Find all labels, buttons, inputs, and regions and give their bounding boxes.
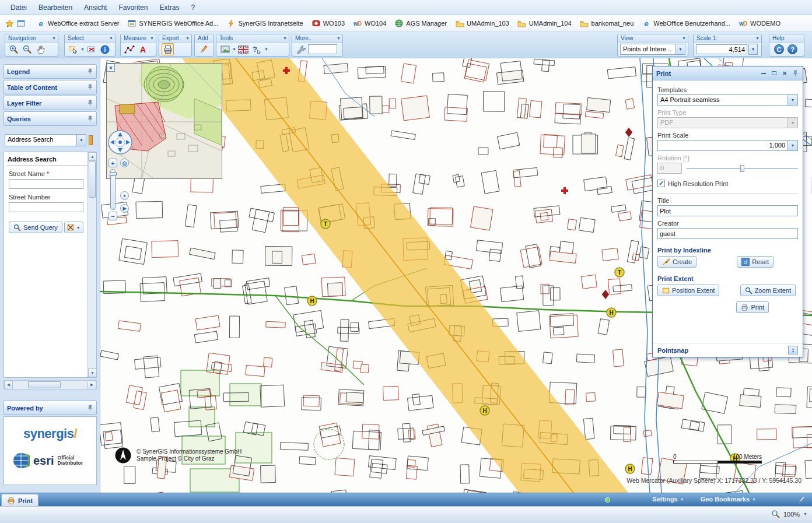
previous-extent-button[interactable]: ● [120, 191, 129, 200]
creator-input[interactable] [657, 228, 798, 239]
rotation-slider[interactable] [687, 164, 798, 173]
close-icon[interactable]: × [780, 69, 789, 78]
next-extent-button[interactable]: ▶ [120, 204, 129, 213]
send-query-button[interactable]: Send Query [9, 222, 62, 233]
quick-search-input[interactable] [308, 44, 337, 54]
sidebar-panel-queries[interactable]: Queries [4, 111, 97, 126]
favorite-weboffice-extract-server[interactable]: eWebOffice extract Server [32, 17, 123, 30]
restore-icon[interactable] [770, 69, 778, 78]
pin-icon[interactable] [791, 69, 799, 78]
scrollbar-thumb[interactable] [89, 162, 96, 198]
group-menu-button[interactable]: ▼ [283, 36, 287, 40]
reset-button[interactable]: ↺ Reset [737, 256, 774, 268]
zoom-in-tool[interactable] [8, 43, 20, 55]
scroll-left-button[interactable]: ◀ [4, 381, 13, 389]
group-menu-button[interactable]: ▼ [186, 36, 190, 40]
scale-input[interactable] [696, 44, 747, 54]
query-select-arrow[interactable]: ▼ [76, 135, 86, 146]
group-menu-button[interactable]: ▼ [150, 36, 154, 40]
wrench-icon[interactable] [295, 43, 307, 55]
menu-extras[interactable]: Extras [153, 2, 185, 13]
favorite-ags-manager[interactable]: AGS Manager [390, 17, 451, 30]
help-cursor-tool[interactable]: ? [251, 43, 263, 55]
print-tool[interactable] [162, 43, 174, 55]
identify-tool[interactable]: i [99, 43, 111, 55]
sidebar-panel-legend[interactable]: Legend [4, 64, 97, 79]
image-tool-dropdown[interactable]: ▼ [232, 47, 236, 51]
overview-close-button[interactable]: × [107, 64, 115, 72]
zoom-out-button[interactable]: − [108, 212, 117, 220]
menu-datei[interactable]: Datei [5, 2, 33, 13]
pin-icon[interactable] [87, 68, 93, 75]
scrollbar-thumb[interactable] [28, 381, 61, 388]
settings-menu[interactable]: Settings▼ [652, 496, 684, 503]
favorite-wodemo[interactable]: wDWODEMO [734, 17, 785, 30]
print-panel-tab[interactable]: Print [1, 494, 38, 507]
scroll-up-button[interactable]: ▲ [88, 152, 97, 161]
street-name-input[interactable] [9, 179, 83, 189]
select-tool-dropdown[interactable]: ▼ [80, 47, 85, 51]
sidebar-panel-layer-filter[interactable]: Layer Filter [4, 96, 97, 110]
suggested-sites-icon[interactable] [16, 19, 26, 28]
templates-arrow[interactable]: ▼ [788, 95, 797, 105]
pan-compass[interactable] [107, 129, 133, 155]
street-number-input[interactable] [9, 202, 83, 212]
query-options-dropdown[interactable]: ▼ [76, 226, 80, 230]
geo-bookmarks-menu[interactable]: Geo Bookmarks▼ [701, 496, 756, 503]
favorite-synergis-weboffice-admin[interactable]: SYNERGIS WebOffice Ad... [123, 17, 222, 30]
menu-favoriten[interactable]: Favoriten [113, 2, 153, 13]
position-extent-button[interactable]: Position Extent [657, 285, 719, 296]
zoom-dropdown-button[interactable]: ▼ [803, 512, 807, 516]
add-text-tool[interactable]: A [136, 43, 149, 55]
view-select-arrow[interactable]: ▼ [676, 44, 685, 54]
favorites-star-icon[interactable] [5, 19, 14, 28]
sidebar-panel-powered-by[interactable]: Powered by [4, 401, 97, 415]
language-flag-icon[interactable] [237, 43, 250, 55]
favorite-wo103[interactable]: WO103 [307, 17, 349, 30]
query-panel-handle[interactable] [89, 135, 93, 145]
help-cursor-dropdown[interactable]: ▼ [264, 47, 268, 51]
templates-select[interactable]: A4 Portrait seamless▼ [657, 94, 798, 106]
vertical-scrollbar[interactable]: ▲ ▼ [88, 152, 96, 377]
zoom-out-tool[interactable] [21, 43, 33, 55]
favorite-wo104[interactable]: wDWO104 [349, 17, 390, 30]
query-options-button[interactable]: ▼ [64, 222, 83, 233]
pan-tool[interactable] [34, 43, 47, 55]
favorite-bankomat-neu[interactable]: bankomat_neu [576, 17, 638, 30]
scroll-right-button[interactable]: ▶ [88, 381, 96, 389]
print-scale-arrow[interactable]: ▼ [788, 141, 797, 150]
sidebar-panel-table-of-content[interactable]: Table of Content [4, 80, 97, 94]
group-menu-button[interactable]: ▼ [337, 36, 341, 40]
title-input[interactable] [657, 205, 798, 216]
pointsnap-expand-button[interactable]: ▼▼ [788, 346, 798, 354]
group-menu-button[interactable]: ▼ [755, 36, 760, 40]
zoom-slider-thumb[interactable] [110, 172, 117, 176]
image-tool[interactable] [219, 43, 231, 55]
rotation-slider-thumb[interactable] [740, 165, 744, 172]
pin-icon[interactable] [87, 405, 93, 411]
measure-tool[interactable] [123, 43, 135, 55]
help-button[interactable]: ? [788, 44, 797, 54]
favorite-synergis-intranetseite[interactable]: SynerGIS Intranetseite [222, 17, 307, 30]
minimize-icon[interactable] [760, 69, 768, 78]
full-extent-button[interactable]: ◎ [120, 159, 129, 167]
favorite-weboffice-benutzerhandbuch[interactable]: eWebOffice Benutzerhand... [638, 17, 734, 30]
menu-hilfe[interactable]: ? [185, 2, 201, 13]
create-button[interactable]: Create [657, 256, 696, 268]
select-rectangle-tool[interactable] [67, 43, 79, 55]
edit-redline-icon[interactable] [797, 495, 806, 504]
group-menu-button[interactable]: ▼ [109, 36, 113, 40]
high-res-checkbox[interactable]: ✓ [657, 180, 665, 187]
menu-bearbeiten[interactable]: Bearbeiten [33, 2, 78, 13]
print-panel-header[interactable]: Print × [653, 66, 803, 80]
group-menu-button[interactable]: ▼ [52, 36, 56, 40]
favorite-umadmin-103[interactable]: UMAdmin_103 [451, 17, 513, 30]
zoom-in-button[interactable]: + [108, 159, 117, 167]
pin-icon[interactable] [87, 100, 93, 106]
draw-tool[interactable] [197, 43, 209, 55]
pin-icon[interactable] [87, 115, 93, 122]
print-scale-select[interactable]: 1,000▼ [657, 140, 798, 151]
group-menu-button[interactable]: ▼ [682, 36, 686, 40]
print-button[interactable]: Print [736, 301, 769, 313]
pin-icon[interactable] [87, 84, 93, 90]
